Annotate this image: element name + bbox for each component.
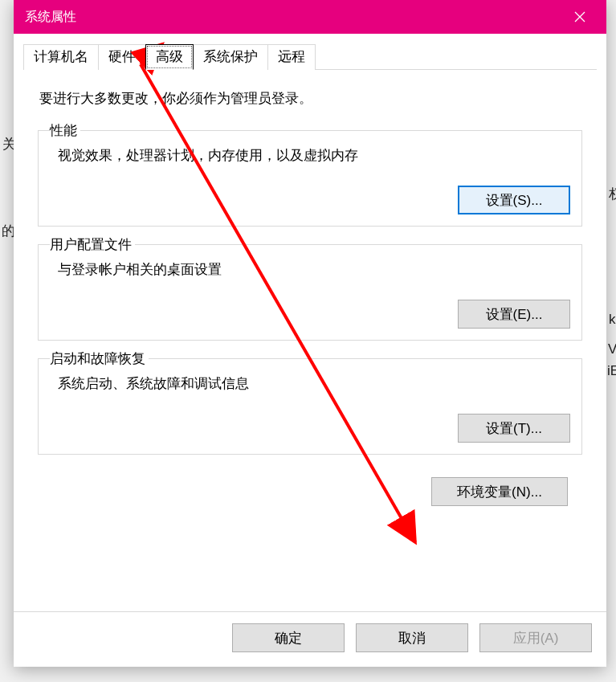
tab-advanced[interactable]: 高级 — [145, 44, 194, 70]
tab-system-protection[interactable]: 系统保护 — [193, 44, 268, 70]
group-performance-title: 性能 — [50, 121, 80, 140]
cancel-button[interactable]: 取消 — [356, 623, 468, 652]
close-icon[interactable] — [561, 0, 598, 34]
dialog-content: 计算机名 硬件 高级 系统保护 远程 要进行大多数更改，你必须作为管理员登录。 … — [14, 34, 606, 611]
group-startup-recovery: 启动和故障恢复 系统启动、系统故障和调试信息 设置(T)... — [38, 358, 582, 455]
group-user-profiles: 用户配置文件 与登录帐户相关的桌面设置 设置(E)... — [38, 244, 582, 341]
group-startup-recovery-desc: 系统启动、系统故障和调试信息 — [58, 374, 570, 393]
group-performance: 性能 视觉效果，处理器计划，内存使用，以及虚拟内存 设置(S)... — [38, 130, 582, 227]
group-startup-recovery-title: 启动和故障恢复 — [50, 349, 149, 368]
titlebar: 系统属性 — [14, 0, 606, 34]
startup-recovery-settings-button[interactable]: 设置(T)... — [458, 414, 570, 443]
group-user-profiles-desc: 与登录帐户相关的桌面设置 — [58, 260, 570, 279]
user-profiles-settings-button[interactable]: 设置(E)... — [458, 300, 570, 329]
group-user-profiles-title: 用户配置文件 — [50, 235, 135, 254]
tab-remote[interactable]: 远程 — [267, 44, 316, 70]
tab-hardware[interactable]: 硬件 — [98, 44, 146, 70]
tabstrip: 计算机名 硬件 高级 系统保护 远程 — [23, 43, 597, 70]
admin-notice: 要进行大多数更改，你必须作为管理员登录。 — [39, 89, 582, 108]
dialog-button-bar: 确定 取消 应用(A) — [14, 611, 606, 667]
group-performance-desc: 视觉效果，处理器计划，内存使用，以及虚拟内存 — [58, 146, 570, 165]
performance-settings-button[interactable]: 设置(S)... — [458, 186, 570, 214]
window-title: 系统属性 — [25, 9, 561, 26]
environment-variables-button[interactable]: 环境变量(N)... — [431, 477, 568, 506]
apply-button: 应用(A) — [479, 623, 592, 652]
tab-computer-name[interactable]: 计算机名 — [23, 44, 99, 70]
tab-body-advanced: 要进行大多数更改，你必须作为管理员登录。 性能 视觉效果，处理器计划，内存使用，… — [23, 70, 597, 513]
system-properties-dialog: 系统属性 计算机名 硬件 高级 系统保护 远程 要进行大多数更改，你必须作为管理… — [14, 0, 606, 667]
ok-button[interactable]: 确定 — [232, 623, 345, 652]
